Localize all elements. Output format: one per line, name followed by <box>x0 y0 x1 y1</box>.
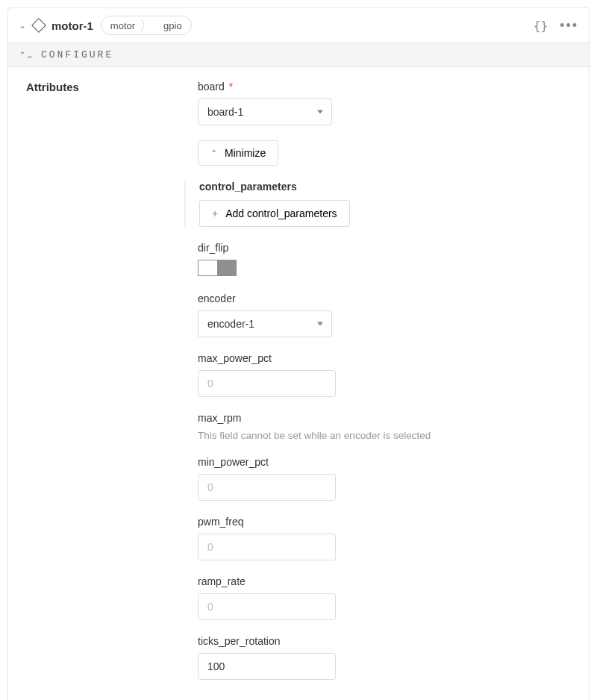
form-column: board * board-1 ⌃ Minimize control_param… <box>198 81 571 695</box>
encoder-label: encoder <box>198 293 571 304</box>
component-panel: ⌄ motor-1 motor 〉 gpio {} ••• ⌃⌄ CONFIGU… <box>7 7 590 700</box>
max-power-pct-label: max_power_pct <box>198 352 571 364</box>
minimize-button[interactable]: ⌃ Minimize <box>198 140 278 166</box>
dir-flip-toggle[interactable] <box>198 260 237 276</box>
control-parameters-label: control_parameters <box>199 181 571 193</box>
field-dir-flip: dir_flip <box>198 242 571 278</box>
minimize-label: Minimize <box>225 147 266 159</box>
type-breadcrumb[interactable]: motor 〉 gpio <box>101 16 192 35</box>
field-ramp-rate: ramp_rate <box>198 575 571 620</box>
field-ticks-per-rotation: ticks_per_rotation <box>198 635 571 680</box>
ticks-per-rotation-label: ticks_per_rotation <box>198 635 571 647</box>
field-minimize: ⌃ Minimize <box>198 140 571 166</box>
chevron-up-icon: ⌃ <box>210 149 217 158</box>
add-control-parameters-label: Add control_parameters <box>225 207 337 219</box>
json-mode-icon[interactable]: {} <box>534 19 548 33</box>
add-control-parameters-button[interactable]: + Add control_parameters <box>199 200 350 227</box>
control-parameters-group: control_parameters + Add control_paramet… <box>184 181 571 227</box>
field-max-power-pct: max_power_pct <box>198 352 571 397</box>
toggle-on-side <box>217 260 236 275</box>
collapse-chevron-icon[interactable]: ⌄ <box>19 20 26 31</box>
encoder-select[interactable]: encoder-1 <box>198 310 332 337</box>
toggle-off-side <box>199 260 217 275</box>
configure-bar: ⌃⌄ CONFIGURE <box>8 43 589 67</box>
max-rpm-label: max_rpm <box>198 412 571 424</box>
breadcrumb-motor: motor <box>101 18 140 34</box>
board-label: board * <box>198 81 571 93</box>
ramp-rate-label: ramp_rate <box>198 575 571 587</box>
max-power-pct-input[interactable] <box>198 370 336 397</box>
dir-flip-label: dir_flip <box>198 242 571 254</box>
max-rpm-note: This field cannot be set while an encode… <box>198 430 571 441</box>
breadcrumb-gpio: gpio <box>153 18 191 34</box>
pwm-freq-input[interactable] <box>198 534 336 560</box>
section-title: Attributes <box>26 81 198 93</box>
ticks-per-rotation-input[interactable] <box>198 653 336 680</box>
field-board: board * board-1 <box>198 81 571 125</box>
ramp-rate-input[interactable] <box>198 593 336 620</box>
content-area: Attributes board * board-1 ⌃ Minimize c <box>8 67 589 700</box>
component-title: motor-1 <box>51 19 93 32</box>
panel-header: ⌄ motor-1 motor 〉 gpio {} ••• <box>8 8 589 43</box>
required-asterisk: * <box>229 81 233 93</box>
collapse-section-icon[interactable]: ⌃⌄ <box>19 50 34 60</box>
field-encoder: encoder encoder-1 <box>198 293 571 337</box>
encoder-select-wrap: encoder-1 <box>198 310 332 337</box>
component-icon <box>31 18 46 33</box>
sidebar-column: Attributes <box>26 81 198 695</box>
plus-icon: + <box>212 207 218 219</box>
min-power-pct-label: min_power_pct <box>198 456 571 468</box>
pwm-freq-label: pwm_freq <box>198 516 571 528</box>
configure-label: CONFIGURE <box>41 49 113 60</box>
min-power-pct-input[interactable] <box>198 474 336 501</box>
board-select-wrap: board-1 <box>198 99 332 125</box>
breadcrumb-separator-icon: 〉 <box>140 19 153 32</box>
header-actions: {} ••• <box>534 19 578 33</box>
field-max-rpm: max_rpm This field cannot be set while a… <box>198 412 571 441</box>
field-pwm-freq: pwm_freq <box>198 516 571 560</box>
board-select[interactable]: board-1 <box>198 99 332 125</box>
field-min-power-pct: min_power_pct <box>198 456 571 501</box>
more-menu-icon[interactable]: ••• <box>560 19 578 32</box>
